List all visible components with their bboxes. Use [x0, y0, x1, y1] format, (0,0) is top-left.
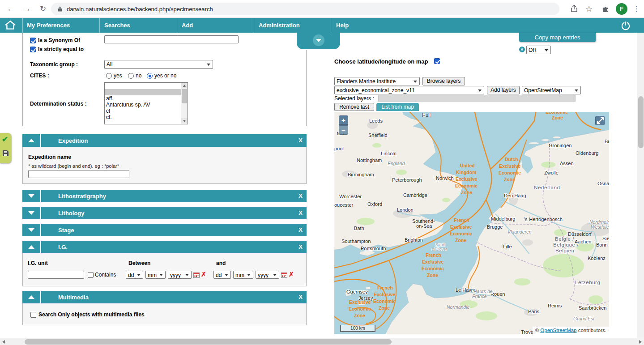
list-item[interactable]: cf. — [105, 114, 188, 120]
to-day-select[interactable]: dd — [213, 271, 231, 279]
scroll-right-icon[interactable] — [639, 340, 642, 344]
copy-map-entries-button[interactable]: Copy map entries — [519, 33, 596, 42]
zoom-out-button[interactable]: − — [339, 125, 348, 135]
horizontal-scrollbar[interactable] — [0, 338, 644, 345]
cites-option-no: no — [136, 72, 141, 79]
clear-date-icon[interactable]: ✗ — [289, 271, 294, 277]
nav-separator — [99, 18, 100, 33]
add-layers-button[interactable]: Add layers — [487, 86, 520, 94]
calendar-icon[interactable] — [281, 272, 287, 280]
expand-down-icon[interactable] — [22, 190, 40, 202]
vertical-scrollbar[interactable] — [637, 33, 644, 338]
nav-item-help[interactable]: Help — [336, 18, 349, 33]
cites-radio-yes-or-no[interactable] — [147, 73, 153, 79]
list-item[interactable] — [105, 83, 188, 89]
reload-icon[interactable]: ↻ — [38, 4, 48, 14]
close-section-icon[interactable]: X — [299, 226, 303, 233]
map[interactable]: LeedsHulltonpoolSheffieldLincolnNottingh… — [334, 112, 609, 334]
multimedia-only-checkbox[interactable] — [30, 312, 36, 318]
close-section-icon[interactable]: X — [299, 294, 303, 300]
power-icon — [620, 20, 631, 31]
basemap-select[interactable]: OpenStreetMap — [522, 86, 581, 94]
section-bar[interactable]: Expedition X — [41, 134, 307, 147]
section-bar[interactable]: Lithology X — [41, 207, 307, 219]
collapse-up-icon[interactable] — [22, 241, 40, 253]
openstreetmap-link[interactable]: OpenStreetMap — [540, 328, 576, 333]
list-item-selected[interactable] — [105, 89, 188, 95]
calendar-icon[interactable] — [193, 272, 200, 280]
nav-item-searches[interactable]: Searches — [104, 18, 130, 33]
cites-option-yes: yes — [114, 72, 122, 79]
scroll-left-icon[interactable] — [2, 340, 5, 344]
synonym-input[interactable] — [104, 35, 239, 43]
save-search-icon[interactable] — [2, 150, 9, 158]
collapse-up-icon[interactable] — [22, 134, 40, 147]
section-bar[interactable]: Lithostratigraphy X — [41, 190, 307, 202]
scroll-up-icon[interactable] — [181, 83, 188, 89]
to-month-select[interactable]: mm — [233, 271, 253, 279]
section-bar[interactable]: Stage X — [41, 224, 307, 236]
home-button[interactable] — [4, 19, 20, 31]
clear-date-icon[interactable]: ✗ — [201, 271, 206, 277]
bookmark-star-icon[interactable]: ☆ — [584, 4, 594, 14]
collapse-panel-tab[interactable] — [296, 33, 341, 50]
browse-layers-button[interactable]: Browse layers — [422, 77, 465, 85]
scrollbar-thumb[interactable] — [638, 96, 644, 148]
strictly-equal-checkbox[interactable] — [30, 47, 36, 52]
expand-down-icon[interactable] — [22, 207, 40, 219]
logout-power-button[interactable] — [620, 20, 631, 33]
expand-down-icon[interactable] — [22, 224, 40, 236]
share-icon[interactable] — [570, 4, 578, 14]
remove-last-button[interactable]: Remove last — [334, 103, 374, 111]
taxonomic-group-select[interactable]: All — [104, 60, 213, 69]
from-day-select[interactable]: dd — [126, 271, 143, 279]
from-month-select[interactable]: mm — [145, 271, 166, 279]
browser-menu-icon[interactable]: ⋮ — [631, 4, 642, 14]
choose-latlong-checkbox[interactable] — [434, 58, 440, 64]
nav-item-add[interactable]: Add — [182, 18, 193, 33]
expedition-name-input[interactable] — [28, 170, 129, 178]
listbox-scrollbar[interactable] — [181, 83, 188, 124]
nav-item-administration[interactable]: Administration — [259, 18, 300, 33]
between-label: Between — [128, 260, 150, 266]
list-from-map-button[interactable]: List from map — [376, 103, 419, 111]
section-bar[interactable]: I.G. X — [41, 241, 307, 253]
quick-actions-rail: ✔ — [0, 133, 11, 163]
close-section-icon[interactable]: X — [299, 192, 303, 199]
scroll-down-icon[interactable] — [181, 118, 188, 124]
fullscreen-button[interactable] — [595, 116, 605, 125]
cites-radio-yes[interactable] — [106, 73, 112, 79]
scrollbar-thumb[interactable] — [25, 339, 392, 345]
ig-unit-input[interactable] — [28, 271, 84, 279]
list-item[interactable]: aff. — [105, 95, 188, 102]
back-icon[interactable]: ← — [5, 4, 16, 14]
section-header-lithostratigraphy: Lithostratigraphy X — [22, 190, 307, 202]
close-section-icon[interactable]: X — [299, 243, 303, 250]
close-section-icon[interactable]: X — [299, 137, 303, 144]
run-search-check-icon[interactable]: ✔ — [2, 135, 8, 144]
nav-item-my-preferences[interactable]: My Preferences — [27, 18, 70, 33]
contains-checkbox[interactable] — [88, 272, 94, 278]
synonym-checkbox[interactable] — [30, 38, 36, 43]
layer-provider-select[interactable]: Flanders Marine Institute — [334, 77, 420, 85]
zoom-in-button[interactable]: + — [339, 115, 348, 125]
cites-radio-no[interactable] — [128, 73, 134, 79]
address-bar[interactable]: darwin.naturalsciences.be/backend.php/sp… — [51, 3, 559, 15]
determination-status-listbox[interactable]: aff. Antarcturus sp. AV cf cf. — [104, 82, 188, 124]
to-year-select[interactable]: yyyy — [256, 271, 279, 279]
extensions-icon[interactable] — [601, 4, 610, 14]
scrollbar-thumb[interactable] — [182, 89, 187, 103]
layer-select[interactable]: exclusive_economical_zone_v11 — [334, 86, 484, 94]
section-title: Lithostratigraphy — [58, 193, 106, 200]
list-item[interactable]: Antarcturus sp. AV — [105, 102, 188, 108]
list-item[interactable]: cf — [105, 108, 188, 114]
from-year-select[interactable]: yyyy — [168, 271, 192, 279]
map-scale-bar: 100 km — [340, 325, 375, 332]
profile-avatar[interactable]: F — [616, 3, 627, 15]
operator-select[interactable]: OR — [526, 46, 551, 54]
close-section-icon[interactable]: X — [299, 209, 303, 216]
section-bar[interactable]: Multimedia X — [41, 291, 307, 303]
forward-icon[interactable]: → — [21, 4, 32, 14]
or-operator-icon[interactable] — [519, 47, 525, 52]
collapse-up-icon[interactable] — [22, 291, 40, 303]
